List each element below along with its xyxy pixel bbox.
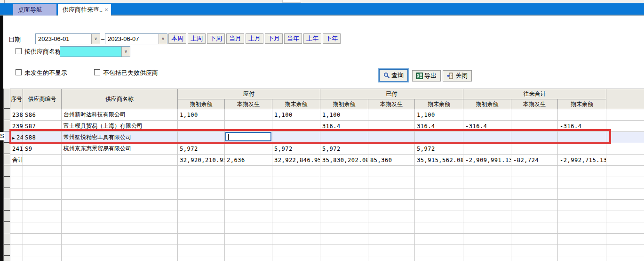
tab-supplier-query[interactable]: 供应商往来查..× (58, 4, 111, 16)
cell-value-6 (463, 109, 511, 121)
exclude-invalid-checkbox[interactable] (94, 69, 100, 75)
close-button-label: 关闭 (455, 72, 468, 80)
cell-code: S88 (23, 132, 62, 143)
cell-empty (368, 177, 415, 188)
cell-value-4 (368, 121, 415, 132)
table-row[interactable]: 241S9杭州京东惠景贸易有限公司5,9725,9725,9725,972 (10, 143, 644, 155)
row-header-segment[interactable] (4, 120, 10, 131)
row-header-segment[interactable] (4, 245, 10, 256)
cell-empty (320, 188, 368, 200)
quick-range-button-5[interactable]: 下月 (265, 33, 283, 44)
cell-edit-input[interactable] (225, 132, 271, 141)
cell-value-3: 1,100 (320, 109, 368, 121)
row-header-segment[interactable] (4, 188, 10, 199)
cell-total-value-3: 35,830,202.08 (320, 155, 368, 166)
cell-empty (178, 234, 225, 245)
cell-empty (10, 166, 23, 177)
row-header-segment[interactable] (4, 199, 10, 211)
cell-empty (558, 245, 606, 256)
quick-range-button-4[interactable]: 上月 (246, 33, 263, 44)
close-icon[interactable]: × (104, 4, 108, 16)
chevron-down-icon[interactable]: ∨ (91, 34, 100, 44)
row-header-segment[interactable] (4, 211, 10, 222)
quick-range-button-0[interactable]: 本周 (168, 33, 186, 44)
empty-row (10, 200, 644, 211)
query-button[interactable]: 查询 (379, 69, 408, 82)
cell-empty (178, 211, 225, 222)
row-header-segment[interactable] (4, 233, 10, 245)
cell-empty (415, 256, 463, 261)
sub-header-2-2: 期末余额 (558, 99, 606, 109)
sub-header-0-0: 期初余额 (178, 99, 225, 109)
row-header-segment[interactable] (4, 89, 10, 109)
date-to-value: 2023-06-07 (108, 35, 139, 42)
date-from-combo[interactable]: 2023-06-01 ∨ (35, 33, 100, 44)
group-header-2: 往来合计 (463, 89, 606, 99)
cell-empty (368, 166, 415, 177)
table-row[interactable]: 239S87富士模具贸易（上海）有限公司316.4316.4-316.4-316… (10, 121, 644, 132)
tab-desktop-nav[interactable]: 桌面导航 (13, 4, 56, 16)
empty-row (10, 256, 644, 261)
cell-total-value-7: -82,724 (511, 155, 558, 166)
cell-value-8 (558, 109, 606, 121)
cell-value-3: 316.4 (320, 121, 368, 132)
date-from-value: 2023-06-01 (38, 35, 70, 42)
cell-empty (558, 211, 606, 222)
row-header-segment[interactable] (4, 143, 10, 154)
cell-total-value-6: -2,909,991.13 (463, 155, 511, 166)
cell-total-value-4: 85,360 (368, 155, 415, 166)
row-header-segment[interactable] (4, 256, 10, 261)
cell-empty (62, 200, 178, 211)
cell-empty (558, 234, 606, 245)
row-header-segment[interactable] (4, 165, 10, 177)
cell-empty (606, 234, 644, 245)
quick-range-button-7[interactable]: 上年 (303, 33, 321, 44)
row-header-segment[interactable] (4, 154, 10, 165)
row-header-segment[interactable] (4, 109, 10, 120)
sub-header-1-0: 期初余额 (320, 99, 368, 109)
close-button[interactable]: 关闭 (443, 70, 472, 82)
cell-empty (23, 234, 62, 245)
excel-icon (416, 73, 423, 79)
supplier-name-combo[interactable]: ∨ (60, 46, 130, 57)
quick-range-button-2[interactable]: 下周 (207, 33, 225, 44)
chevron-down-icon[interactable]: ∨ (121, 47, 130, 57)
grid-wrap: 序号供应商编号供应商名称应付已付往来合计期初余额本期发生期末余额期初余额本期发生… (10, 89, 644, 261)
chevron-down-icon[interactable]: ∨ (159, 34, 167, 44)
cell-empty (23, 211, 62, 222)
quick-range-button-1[interactable]: 上周 (188, 33, 206, 44)
cell-value-4 (368, 109, 415, 121)
export-button[interactable]: 导出 (412, 70, 441, 82)
cell-empty (178, 188, 225, 200)
cell-value-2 (272, 132, 320, 143)
row-header-segment[interactable] (4, 222, 10, 233)
cell-empty (463, 200, 511, 211)
supplier-name-checkbox[interactable] (16, 48, 22, 54)
table-row[interactable]: 238S86台州新时达科技有限公司1,1001,1001,1001,100 (10, 109, 644, 121)
sub-header-2-0: 期初余额 (463, 99, 511, 109)
row-header-segment[interactable] (4, 177, 10, 188)
hide-zero-checkbox[interactable] (16, 69, 22, 75)
cell-empty (415, 200, 463, 211)
table-row[interactable]: ▶240S88常州墅悦精密工具有限公司 (10, 132, 644, 143)
cell-no: 239 (10, 121, 23, 132)
date-to-combo[interactable]: 2023-06-07 ∨ (105, 33, 167, 44)
cell-empty (320, 211, 368, 222)
quick-range-button-3[interactable]: 当月 (226, 33, 244, 44)
cell-empty (225, 245, 272, 256)
quick-range-button-6[interactable]: 当年 (284, 33, 302, 44)
cell-empty (272, 245, 320, 256)
cell-name: 杭州京东惠景贸易有限公司 (62, 143, 178, 155)
export-button-label: 导出 (424, 72, 437, 80)
cell-empty (415, 188, 463, 200)
cell-value-2 (272, 121, 320, 132)
cell-value-7 (511, 132, 558, 143)
sub-header-1-2: 期末余额 (415, 99, 463, 109)
col-header-empty (606, 89, 644, 109)
cell-empty (272, 211, 320, 222)
cell-name (62, 155, 178, 166)
cell-empty (320, 234, 368, 245)
quick-range-button-8[interactable]: 下年 (323, 33, 341, 44)
cell-empty (10, 245, 23, 256)
cell-empty (415, 177, 463, 188)
